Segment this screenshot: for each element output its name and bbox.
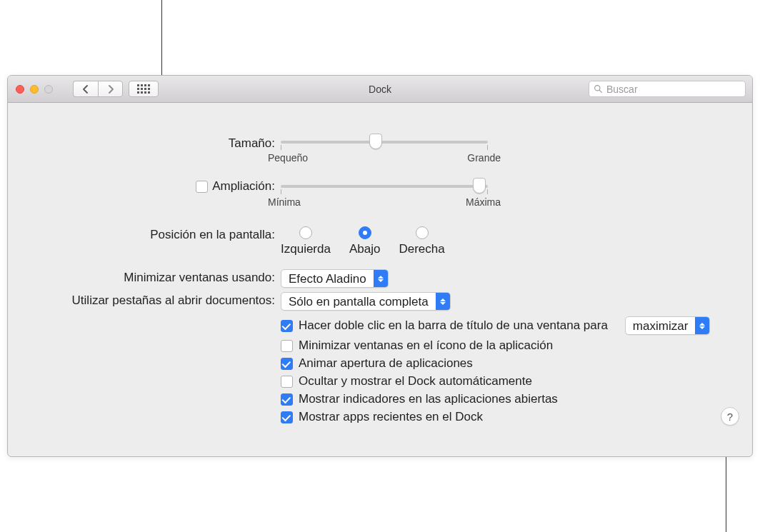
autohide-label: Ocultar y mostrar el Dock automáticament…	[299, 374, 532, 388]
size-max-label: Grande	[467, 152, 501, 164]
search-input[interactable]	[606, 84, 741, 95]
recent-apps-label: Mostrar apps recientes en el Dock	[299, 410, 483, 424]
position-left-label: Izquierda	[281, 242, 331, 256]
toolbar: Dock	[8, 76, 752, 103]
tabs-select[interactable]: Sólo en pantalla completa	[281, 292, 451, 311]
magnification-label: Ampliación:	[212, 179, 275, 194]
minimize-effect-value: Efecto Aladino	[281, 270, 374, 287]
svg-point-0	[595, 86, 600, 91]
help-icon: ?	[727, 411, 733, 423]
tabs-label: Utilizar pestañas al abrir documentos:	[72, 293, 275, 308]
size-slider[interactable]: Pequeño Grande	[281, 135, 488, 164]
svg-line-1	[599, 90, 601, 92]
zoom-button[interactable]	[44, 85, 53, 94]
title-bar-action-value: maximizar	[626, 317, 695, 334]
minimize-button[interactable]	[30, 85, 39, 94]
grid-icon	[137, 84, 150, 94]
position-right-label: Derecha	[399, 242, 444, 256]
minimize-into-icon-checkbox[interactable]	[281, 340, 293, 352]
position-bottom-label: Abajo	[349, 242, 380, 256]
animate-checkbox[interactable]	[281, 358, 293, 370]
chevron-up-down-icon	[436, 293, 450, 310]
position-right-radio[interactable]	[416, 226, 429, 239]
magnification-checkbox[interactable]	[196, 181, 208, 193]
magnification-max-label: Máxima	[466, 196, 501, 208]
minimize-effect-select[interactable]: Efecto Aladino	[281, 269, 389, 288]
close-button[interactable]	[16, 85, 24, 94]
double-click-title-bar-label: Hacer doble clic en la barra de título d…	[299, 318, 608, 333]
position-left-radio[interactable]	[299, 226, 312, 239]
help-button[interactable]: ?	[721, 407, 739, 426]
dock-preferences-pane: Tamaño: Pequeño Grande Ampliación:	[8, 103, 752, 438]
window-controls	[8, 85, 53, 94]
preferences-window: Dock Tamaño: Pequeño Grande	[7, 75, 753, 457]
forward-button[interactable]	[98, 81, 123, 97]
search-field[interactable]	[589, 81, 746, 97]
size-min-label: Pequeño	[268, 152, 308, 164]
indicators-label: Mostrar indicadores en las aplicaciones …	[299, 392, 558, 406]
minimize-into-icon-label: Minimizar ventanas en el ícono de la apl…	[299, 338, 553, 353]
chevron-up-down-icon	[695, 317, 709, 334]
indicators-checkbox[interactable]	[281, 393, 293, 406]
search-icon	[594, 84, 603, 94]
show-all-button[interactable]	[129, 81, 159, 97]
title-bar-action-select[interactable]: maximizar	[625, 316, 710, 335]
tabs-value: Sólo en pantalla completa	[281, 293, 436, 310]
minimize-effect-label: Minimizar ventanas usando:	[124, 271, 275, 285]
recent-apps-checkbox[interactable]	[281, 411, 293, 423]
magnification-slider[interactable]: Mínima Máxima	[281, 179, 488, 208]
position-bottom-radio[interactable]	[359, 226, 371, 239]
position-label: Posición en la pantalla:	[150, 228, 275, 242]
size-label: Tamaño:	[229, 136, 275, 151]
magnification-min-label: Mínima	[268, 196, 301, 208]
back-button[interactable]	[73, 81, 98, 97]
chevron-up-down-icon	[374, 270, 388, 287]
double-click-title-bar-checkbox[interactable]	[281, 320, 293, 332]
autohide-checkbox[interactable]	[281, 376, 293, 388]
animate-label: Animar apertura de aplicaciones	[299, 356, 473, 371]
